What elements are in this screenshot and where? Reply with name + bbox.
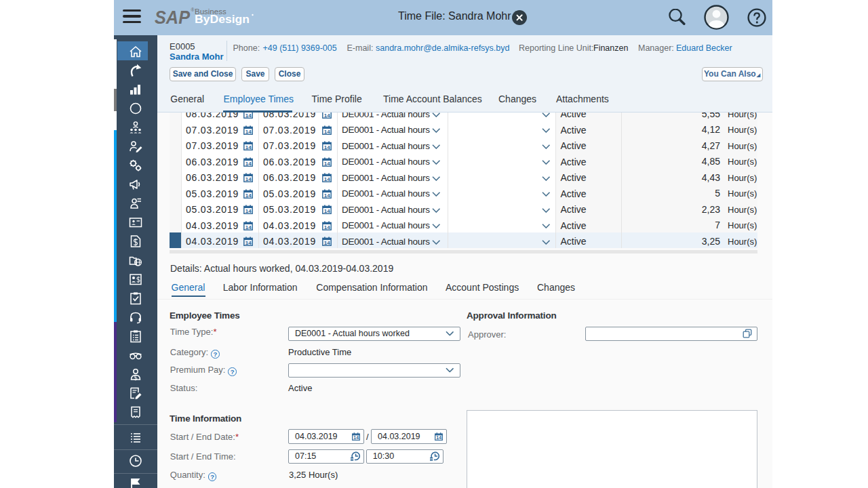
svg-text:14: 14: [324, 113, 330, 119]
svg-text:SAP: SAP: [155, 7, 190, 28]
svg-text:14: 14: [324, 192, 330, 199]
svg-text:14: 14: [353, 435, 359, 440]
svg-text:14: 14: [324, 176, 330, 182]
svg-text:14: 14: [324, 144, 330, 150]
svg-text:14: 14: [245, 208, 252, 214]
svg-text:ByDesign: ByDesign: [195, 13, 250, 26]
svg-text:14: 14: [324, 129, 330, 135]
svg-text:14: 14: [245, 161, 252, 167]
svg-text:14: 14: [436, 435, 441, 440]
svg-text:14: 14: [324, 161, 330, 167]
svg-text:14: 14: [324, 240, 330, 246]
svg-text:14: 14: [324, 208, 330, 214]
svg-text:14: 14: [245, 113, 252, 119]
svg-text:14: 14: [245, 192, 252, 199]
svg-text:14: 14: [245, 224, 252, 230]
svg-text:14: 14: [245, 240, 252, 246]
svg-text:14: 14: [245, 176, 252, 182]
svg-text:14: 14: [324, 224, 330, 230]
svg-text:14: 14: [245, 144, 252, 150]
svg-text:14: 14: [245, 129, 252, 135]
